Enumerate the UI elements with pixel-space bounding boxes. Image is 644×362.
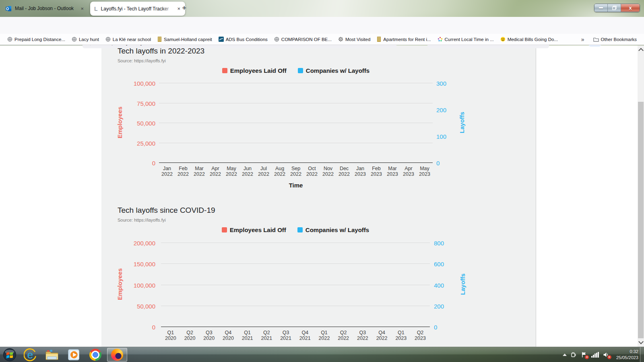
y-tick-label-left: 100,000 bbox=[134, 80, 155, 87]
muted-badge: × bbox=[607, 355, 611, 359]
y-tick-label-left: 50,000 bbox=[137, 302, 155, 309]
taskbar-file-explorer[interactable] bbox=[41, 347, 63, 362]
ads-icon bbox=[219, 37, 224, 42]
x-tick-label: Q2 2023 bbox=[415, 330, 426, 341]
scrollbar-thumb[interactable] bbox=[638, 102, 644, 338]
x-tick-label: Q2 2022 bbox=[338, 330, 349, 341]
page-scrollbar[interactable] bbox=[638, 45, 644, 347]
legend-swatch-red bbox=[222, 227, 227, 232]
outlook-icon bbox=[6, 6, 12, 12]
globe-icon bbox=[105, 37, 111, 42]
bookmark-item[interactable]: ADS Bus Conditions bbox=[215, 35, 271, 43]
scroll-up-arrow[interactable] bbox=[638, 48, 644, 53]
restore-icon bbox=[612, 6, 617, 10]
tab-title: Layoffs.fyi - Tech Layoff Tracker bbox=[101, 6, 173, 12]
x-tick-label: Q2 2021 bbox=[261, 330, 272, 341]
firefox-icon bbox=[111, 349, 123, 361]
bookmark-item[interactable]: Current Local Time in ... bbox=[434, 35, 497, 43]
x-tick-label: Apr 2023 bbox=[403, 166, 414, 177]
taskbar-internet-explorer[interactable]: e bbox=[19, 347, 41, 362]
x-tick-label: Q3 2020 bbox=[203, 330, 215, 341]
bookmarks-list: Prepaid Long Distance...Lacy huntLa Klé … bbox=[4, 35, 561, 43]
bookmark-item[interactable]: Apartments for Rent i... bbox=[374, 35, 434, 43]
taskbar: e bbox=[0, 347, 644, 362]
legend-item-companies: Companies w/ Layoffs bbox=[297, 226, 369, 233]
volume-muted-icon[interactable]: × bbox=[603, 352, 610, 358]
restore-button[interactable] bbox=[608, 4, 621, 12]
legend-item-companies: Companies w/ Layoffs bbox=[298, 67, 369, 74]
legend-label: Companies w/ Layoffs bbox=[305, 226, 369, 233]
chart-plot-area: Jan 2022Feb 2022Mar 2022Apr 2022May 2022… bbox=[159, 83, 433, 163]
folder-icon bbox=[45, 349, 59, 360]
new-tab-button[interactable]: + bbox=[182, 4, 186, 12]
x-tick-label: Jul 2022 bbox=[258, 166, 269, 177]
building-icon bbox=[377, 37, 381, 42]
taskbar-chrome[interactable] bbox=[85, 347, 106, 362]
other-bookmarks-button[interactable]: Other Bookmarks bbox=[590, 36, 640, 43]
bookmarks-overflow-chevron[interactable]: » bbox=[576, 36, 590, 43]
bookmark-item[interactable]: La Klé near school bbox=[102, 35, 154, 43]
y-tick-label-right: 400 bbox=[434, 282, 444, 288]
svg-text:e: e bbox=[27, 349, 33, 361]
bookmarks-toolbar: Prepaid Long Distance...Lacy huntLa Klé … bbox=[0, 34, 644, 45]
globe-icon bbox=[72, 37, 77, 42]
start-button[interactable] bbox=[0, 347, 19, 362]
y-tick-label-left: 50,000 bbox=[137, 120, 155, 127]
show-hidden-icons-button[interactable] bbox=[563, 354, 567, 356]
building-icon bbox=[157, 37, 162, 42]
legend-swatch-red bbox=[222, 68, 227, 73]
bookmark-item[interactable]: Medical Bills Going Do... bbox=[497, 35, 561, 43]
time-icon bbox=[438, 37, 443, 42]
chart-source: Source: https://layoffs.fyi bbox=[118, 218, 166, 222]
y-axis-ticks-right: 0100200300 bbox=[436, 83, 464, 163]
y-tick-label-right: 200 bbox=[436, 107, 446, 113]
error-badge: × bbox=[585, 355, 589, 359]
bookmark-item[interactable]: COMPARISON OF BE... bbox=[271, 35, 335, 43]
bookmark-item[interactable]: Most Visited bbox=[335, 35, 374, 43]
bookmark-label: Prepaid Long Distance... bbox=[14, 37, 65, 42]
tab-close-icon[interactable]: × bbox=[176, 6, 181, 12]
bookmark-item[interactable]: Lacy hunt bbox=[68, 35, 102, 43]
taskbar-media-player[interactable] bbox=[63, 347, 85, 362]
power-plug-icon[interactable] bbox=[571, 352, 577, 358]
network-signal-icon[interactable] bbox=[591, 352, 599, 358]
action-center-flag-icon[interactable]: × bbox=[581, 352, 587, 358]
legend-label: Employees Laid Off bbox=[230, 226, 286, 233]
tab-strip: Mail - Job Jobson - Outlook × L Layoffs.… bbox=[0, 0, 644, 17]
close-button[interactable]: x bbox=[621, 4, 640, 12]
bookmark-label: Current Local Time in ... bbox=[445, 37, 494, 42]
bookmark-label: Medical Bills Going Do... bbox=[508, 37, 558, 42]
taskbar-firefox-active[interactable] bbox=[107, 348, 127, 362]
x-tick-label: Sep 2022 bbox=[290, 166, 301, 177]
minimize-icon bbox=[599, 7, 603, 8]
minimize-button[interactable] bbox=[594, 4, 608, 12]
x-tick-label: Q4 2021 bbox=[299, 330, 311, 341]
scroll-down-arrow[interactable] bbox=[638, 339, 644, 344]
legend-item-employees: Employees Laid Off bbox=[222, 226, 286, 233]
tab-close-icon[interactable]: × bbox=[80, 6, 85, 12]
tab-layoffs-active[interactable]: L Layoffs.fyi - Tech Layoff Tracker × bbox=[90, 2, 185, 16]
bookmark-item[interactable]: Prepaid Long Distance... bbox=[4, 35, 68, 43]
x-tick-label: Jan 2023 bbox=[355, 166, 366, 177]
x-tick-label: Q2 2020 bbox=[184, 330, 196, 341]
bookmark-label: Most Visited bbox=[345, 37, 370, 42]
folder-icon bbox=[593, 37, 599, 42]
y-tick-label-left: 25,000 bbox=[137, 140, 155, 146]
chrome-icon bbox=[89, 349, 101, 361]
x-tick-label: Q4 2022 bbox=[376, 330, 388, 341]
y-tick-label-left: 100,000 bbox=[134, 282, 155, 288]
y-tick-label-right: 800 bbox=[434, 240, 444, 247]
x-tick-label: Q4 2020 bbox=[223, 330, 234, 341]
x-tick-label: Q1 2020 bbox=[165, 330, 176, 341]
windows-start-orb-icon bbox=[3, 348, 17, 362]
bookmark-label: Lacy hunt bbox=[79, 37, 99, 42]
show-desktop-button[interactable] bbox=[640, 347, 644, 362]
x-tick-label: Q1 2022 bbox=[319, 330, 330, 341]
taskbar-clock[interactable]: 0:32 25/05/2023 bbox=[616, 349, 638, 361]
x-tick-label: Q3 2021 bbox=[280, 330, 291, 341]
chart-legend: Employees Laid Off Companies w/ Layoffs bbox=[161, 226, 430, 233]
bookmark-item[interactable]: Samuel-Holland capreit bbox=[154, 35, 215, 43]
tab-outlook[interactable]: Mail - Job Jobson - Outlook × bbox=[4, 2, 86, 14]
x-tick-label: Q1 2021 bbox=[242, 330, 253, 341]
x-tick-label: May 2023 bbox=[419, 166, 430, 177]
